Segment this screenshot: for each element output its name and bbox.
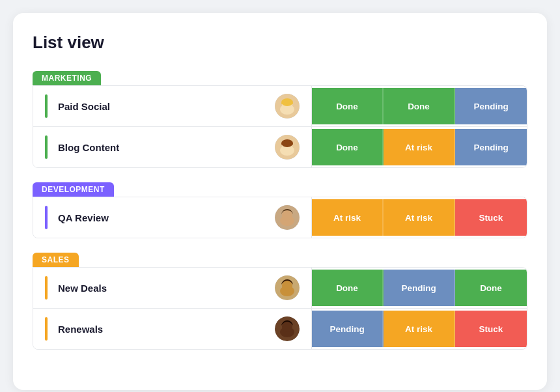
status-badge: Pending xyxy=(312,311,384,347)
row-left: Paid Social xyxy=(33,86,312,126)
color-bar xyxy=(45,276,48,300)
status-badge: Done xyxy=(312,270,384,306)
row-statuses: DoneDonePending xyxy=(312,88,527,124)
row-statuses: At riskAt riskStuck xyxy=(312,199,527,236)
group-development: DEVELOPMENTQA ReviewAt riskAt riskStuck xyxy=(33,182,527,238)
status-badge: Done xyxy=(312,88,384,124)
row-left: Blog Content xyxy=(33,127,312,167)
groups-container: MARKETINGPaid SocialDoneDonePendingBlog … xyxy=(33,71,527,350)
status-badge: Pending xyxy=(455,129,527,165)
row-statuses: DoneAt riskPending xyxy=(312,129,527,165)
row-name: QA Review xyxy=(58,212,264,223)
group-header-sales: SALES xyxy=(33,253,79,267)
color-bar xyxy=(45,206,48,229)
status-badge: At risk xyxy=(384,199,455,236)
page-title: List view xyxy=(33,33,527,53)
row-name: Paid Social xyxy=(58,101,264,112)
row-left: New Deals xyxy=(33,268,312,308)
group-table-sales: New DealsDonePendingDoneRenewalsPendingA… xyxy=(33,267,527,350)
row-name: New Deals xyxy=(58,283,264,294)
table-row: Paid SocialDoneDonePending xyxy=(33,86,527,127)
avatar xyxy=(275,135,300,160)
group-header-development: DEVELOPMENT xyxy=(33,182,114,197)
avatar xyxy=(275,205,300,230)
avatar xyxy=(275,94,300,119)
row-statuses: DonePendingDone xyxy=(312,270,527,306)
status-badge: Pending xyxy=(384,270,455,306)
main-card: List view MARKETINGPaid SocialDoneDonePe… xyxy=(13,13,547,390)
group-table-development: QA ReviewAt riskAt riskStuck xyxy=(33,197,527,238)
status-badge: Done xyxy=(384,88,455,124)
color-bar xyxy=(45,94,48,118)
row-left: QA Review xyxy=(33,197,312,238)
status-badge: At risk xyxy=(384,311,455,347)
status-badge: Pending xyxy=(455,88,527,124)
status-badge: Done xyxy=(312,129,384,165)
group-marketing: MARKETINGPaid SocialDoneDonePendingBlog … xyxy=(33,71,527,168)
group-sales: SALESNew DealsDonePendingDoneRenewalsPen… xyxy=(33,253,527,350)
row-statuses: PendingAt riskStuck xyxy=(312,311,527,347)
status-badge: Stuck xyxy=(455,311,527,347)
status-badge: At risk xyxy=(312,199,384,236)
color-bar xyxy=(45,317,48,341)
table-row: RenewalsPendingAt riskStuck xyxy=(33,309,527,349)
status-badge: At risk xyxy=(384,129,455,165)
avatar xyxy=(275,316,300,341)
avatar xyxy=(275,275,300,300)
svg-point-10 xyxy=(282,210,292,221)
table-row: Blog ContentDoneAt riskPending xyxy=(33,127,527,167)
row-name: Renewals xyxy=(58,324,264,335)
group-header-marketing: MARKETING xyxy=(33,71,101,85)
status-badge: Done xyxy=(455,270,527,306)
color-bar xyxy=(45,135,48,159)
group-table-marketing: Paid SocialDoneDonePendingBlog ContentDo… xyxy=(33,85,527,168)
table-row: New DealsDonePendingDone xyxy=(33,268,527,309)
row-name: Blog Content xyxy=(58,142,264,153)
svg-point-13 xyxy=(282,281,292,291)
svg-point-16 xyxy=(282,322,292,332)
row-left: Renewals xyxy=(33,309,312,349)
table-row: QA ReviewAt riskAt riskStuck xyxy=(33,197,527,238)
status-badge: Stuck xyxy=(455,199,527,236)
